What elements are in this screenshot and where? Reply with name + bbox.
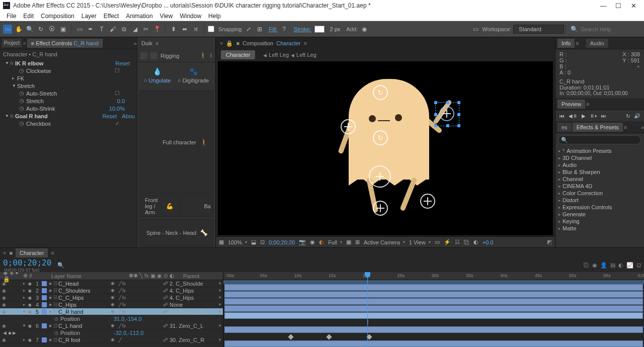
ep-overflow-icon[interactable]: » <box>641 124 644 130</box>
tl-menu-icon[interactable]: ≡ <box>51 250 54 256</box>
prop-stretch[interactable]: Stretch <box>26 98 117 104</box>
brainstorm-icon[interactable]: ⊡ <box>636 262 641 269</box>
ep-blur[interactable]: ▸Blur & Sharpen <box>555 168 644 176</box>
toggle-panel-icon[interactable]: ▭ <box>471 25 480 34</box>
ep-keying[interactable]: ▸Keying <box>555 218 644 225</box>
text-tool-icon[interactable]: T <box>97 25 106 34</box>
timeline-icon[interactable]: ☷ <box>455 239 460 245</box>
maximize-button[interactable]: ☐ <box>611 0 626 11</box>
tl-search-icon[interactable]: 🔍 <box>57 262 64 269</box>
workspace-select[interactable]: Standard <box>513 25 564 34</box>
fast-preview-icon[interactable]: ⚡ <box>444 239 451 245</box>
layer-row-C_R foot[interactable]: ◉▸■7★☷C_R foot✱ ╱ ☍30. Zero_C_R▾ <box>0 336 223 343</box>
clone-tool-icon[interactable]: ⧉ <box>119 25 128 34</box>
tab-info[interactable]: Info <box>557 39 575 48</box>
comp-mini-flowchart-icon[interactable]: ⿻ <box>584 262 589 269</box>
ctrl-l-foot[interactable] <box>373 201 388 216</box>
viewer-menu-icon[interactable]: ≡ <box>304 40 307 46</box>
prop-auto-stretch[interactable]: Auto-Stretch <box>26 91 115 97</box>
full-char-label[interactable]: Full character <box>163 139 196 145</box>
viewport[interactable]: ↻ ↻ <box>218 61 553 235</box>
search-help-input[interactable] <box>581 26 641 32</box>
exposure-reset-icon[interactable]: ◐ <box>473 239 478 245</box>
prop-checkbox[interactable]: Checkbox <box>26 121 115 127</box>
keyframe[interactable] <box>326 334 332 339</box>
rigging-btn2-icon[interactable] <box>150 52 157 59</box>
prop-position-5[interactable]: ◷Position31.0,-154.0 <box>0 315 223 322</box>
resolution-select[interactable]: Full <box>328 239 342 245</box>
rigging-btn1-icon[interactable] <box>140 52 147 59</box>
graph-editor-icon[interactable]: 📈 <box>626 262 633 269</box>
ep-expression-controls[interactable]: ▸Expression Controls <box>555 204 644 211</box>
close-button[interactable]: ✕ <box>626 0 641 11</box>
channel-icon[interactable]: ◉ <box>310 239 315 245</box>
stroke-width[interactable]: 2 px <box>330 26 340 32</box>
last-frame-icon[interactable]: ⏭ <box>601 113 606 119</box>
tl-tab-character[interactable]: Character <box>16 248 48 257</box>
pixel-aspect-icon[interactable]: ▭ <box>435 239 440 245</box>
eraser-tool-icon[interactable]: ◢ <box>130 25 139 34</box>
view-select[interactable]: 1 View <box>409 239 431 245</box>
alpha-icon[interactable]: ▦ <box>219 239 224 245</box>
val-auto-shrink[interactable]: 10.0% <box>109 106 125 112</box>
play-icon[interactable]: ▶ <box>582 113 586 119</box>
ctrl-r-hand-selected[interactable] <box>439 106 454 121</box>
frame-blend-icon[interactable]: ▤ <box>610 262 615 269</box>
tab-preview[interactable]: Preview <box>557 100 585 109</box>
layer-row-C_Hips[interactable]: ◉▸■4★☷C_Hips✱ ╱ fx☍None▾ <box>0 301 223 308</box>
comp-name[interactable]: Character <box>276 40 300 46</box>
next-frame-icon[interactable]: ⏸▶ <box>590 113 597 119</box>
camera-tool-icon[interactable]: ⦿ <box>47 25 56 34</box>
layer-row-C_C_Hips[interactable]: ◉▸■3★☷C_C_Hips✱ ╱ fx☍4. C_Hips▾ <box>0 294 223 301</box>
fill-none-icon[interactable]: ? <box>280 25 289 34</box>
ep-cinema4d[interactable]: ▸CINEMA 4D <box>555 183 644 190</box>
comp-crumb[interactable]: ◀Left Leg◀Left Leg <box>261 52 316 58</box>
reset-goal[interactable]: Reset <box>103 113 117 119</box>
prop-stretch-grp[interactable]: Stretch <box>17 83 135 89</box>
menu-edit[interactable]: Edit <box>20 12 37 21</box>
effect-ik-r-elbow[interactable]: IK R elbow <box>15 60 115 66</box>
ctrl-head[interactable]: ↻ <box>373 85 388 100</box>
rigging-icon-human[interactable]: 🚶 <box>200 52 207 59</box>
ctrl-hips[interactable] <box>369 165 391 188</box>
motion-blur-icon[interactable]: ◐ <box>618 262 623 269</box>
axis-local-icon[interactable]: ⬍ <box>169 25 178 34</box>
roi-icon[interactable]: ⊡ <box>260 239 265 245</box>
axis-world-icon[interactable]: ⬌ <box>180 25 189 34</box>
camera-select[interactable]: Active Camera <box>364 239 405 245</box>
snapping-checkbox[interactable] <box>208 26 214 32</box>
keyframe[interactable] <box>288 334 294 339</box>
tl-close-icon[interactable]: × <box>3 250 6 256</box>
menu-view[interactable]: View <box>156 12 177 21</box>
color-mgmt-icon[interactable]: ◐ <box>319 239 324 245</box>
viewer-lock-icon[interactable]: 🔒 <box>226 40 233 47</box>
roto-tool-icon[interactable]: ✂ <box>141 25 150 34</box>
hand-tool-icon[interactable]: ✋ <box>14 25 23 34</box>
track-bar[interactable] <box>224 298 643 305</box>
timecode[interactable]: 0;00;20;20 <box>3 258 51 268</box>
layer-row-C_R hand[interactable]: ◉▼■5★☷C_R hand✱ ╱ fx☍32. Zero_C_R▾ <box>0 308 223 315</box>
track-bar[interactable] <box>224 305 643 312</box>
timeline-tracks[interactable]: :00s05s10s15s20s25s30s35s40s45s50s55s0;0… <box>223 272 644 347</box>
val-stretch[interactable]: 0.0 <box>117 98 125 104</box>
ep-matte[interactable]: ▸Matte <box>555 225 644 232</box>
spine-icon[interactable]: 🦴 <box>200 229 208 236</box>
viewer-expand-icon[interactable]: ◩ <box>547 239 552 245</box>
col-parent[interactable]: Parent <box>183 273 220 279</box>
first-frame-icon[interactable]: ⏮ <box>559 113 565 119</box>
front-leg-label[interactable]: Front leg / Arm <box>145 197 162 215</box>
prop-clockwise[interactable]: Clockwise <box>26 68 115 74</box>
track-bar[interactable] <box>224 340 643 347</box>
comp-tab-character[interactable]: Character <box>221 50 255 59</box>
hide-shy-icon[interactable]: 👤 <box>600 262 607 269</box>
spine-label[interactable]: Spine - Neck - Head <box>146 230 196 236</box>
ctrl-shoulders[interactable]: ↻ <box>373 130 388 145</box>
ep-menu-icon[interactable]: ≡ <box>624 124 627 130</box>
menu-animation[interactable]: Animation <box>122 12 156 21</box>
mute-icon[interactable]: 🔊 <box>634 113 640 119</box>
fill-label[interactable]: Fill: <box>269 26 278 32</box>
col-layer-name[interactable]: Layer Name <box>51 273 129 279</box>
back-leg-label[interactable]: Ba <box>204 203 211 209</box>
type-ungulate[interactable]: 💧○ Ungulate <box>144 67 171 83</box>
prop-fk[interactable]: FK <box>17 75 135 81</box>
